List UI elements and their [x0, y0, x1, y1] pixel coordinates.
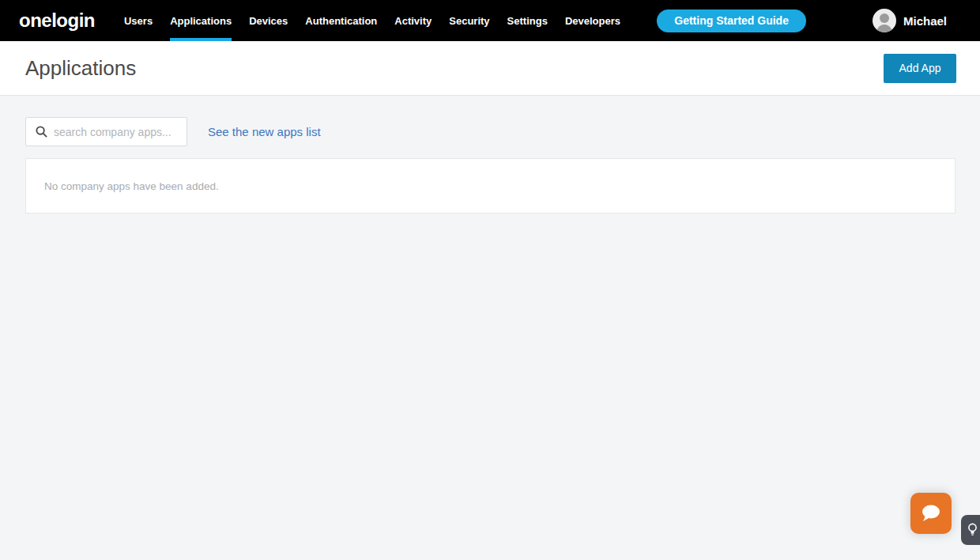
user-name: Michael — [903, 14, 947, 28]
nav-item-users[interactable]: Users — [115, 0, 161, 41]
chat-widget-button[interactable] — [910, 493, 952, 534]
nav-item-label: Developers — [565, 15, 620, 27]
user-avatar — [873, 9, 896, 32]
top-nav-bar: onelogin Users Applications Devices Auth… — [0, 0, 980, 41]
nav-item-label: Devices — [249, 15, 288, 27]
active-tab-underline — [170, 38, 232, 41]
nav-item-label: Activity — [394, 15, 432, 27]
nav-item-devices[interactable]: Devices — [240, 0, 296, 41]
page-header: Applications Add App — [0, 41, 980, 96]
nav-item-label: Users — [124, 15, 153, 27]
nav-item-activity[interactable]: Activity — [386, 0, 440, 41]
main-content: See the new apps list No company apps ha… — [0, 96, 980, 214]
getting-started-guide-button[interactable]: Getting Started Guide — [657, 9, 806, 32]
user-menu[interactable]: Michael — [873, 9, 947, 32]
nav-item-security[interactable]: Security — [440, 0, 498, 41]
person-silhouette-icon — [880, 13, 889, 23]
nav-item-applications[interactable]: Applications — [161, 0, 240, 41]
search-icon — [36, 126, 47, 138]
search-box[interactable] — [25, 117, 187, 146]
nav-item-authentication[interactable]: Authentication — [296, 0, 386, 41]
nav-item-label: Settings — [507, 15, 548, 27]
nav-item-label: Authentication — [305, 15, 377, 27]
nav-item-developers[interactable]: Developers — [556, 0, 629, 41]
onelogin-logo: onelogin — [19, 9, 95, 32]
lightbulb-icon — [967, 523, 978, 537]
feedback-tab-button[interactable] — [961, 515, 980, 545]
page-title: Applications — [25, 56, 136, 81]
nav-item-settings[interactable]: Settings — [499, 0, 556, 41]
nav-item-label: Applications — [170, 15, 232, 27]
empty-state-message: No company apps have been added. — [44, 180, 219, 192]
add-app-button[interactable]: Add App — [884, 54, 956, 83]
search-company-apps-input[interactable] — [54, 126, 179, 138]
see-new-apps-list-link[interactable]: See the new apps list — [208, 125, 321, 138]
empty-apps-panel: No company apps have been added. — [25, 158, 956, 214]
search-row: See the new apps list — [25, 117, 956, 146]
chat-bubble-icon — [919, 503, 943, 524]
nav-item-label: Security — [449, 15, 489, 27]
nav-items: Users Applications Devices Authenticatio… — [115, 0, 629, 41]
person-silhouette-icon — [876, 25, 893, 32]
